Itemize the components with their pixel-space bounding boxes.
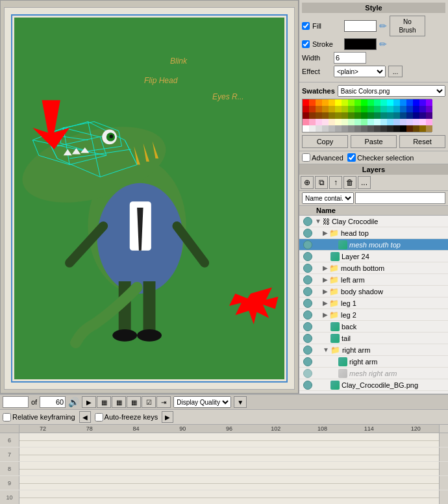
layer-expand-arrow[interactable]: ▼ [315, 218, 321, 225]
swatch[interactable] [387, 119, 393, 125]
layer-expand-arrow[interactable]: ▶ [323, 299, 328, 307]
swatch[interactable] [413, 119, 419, 125]
swatch[interactable] [380, 106, 387, 112]
swatch[interactable] [342, 125, 348, 132]
swatch[interactable] [322, 112, 329, 119]
layer-delete-button[interactable]: 🗑 [343, 176, 356, 189]
swatch[interactable] [387, 112, 393, 119]
swatch[interactable] [355, 99, 361, 106]
swatch[interactable] [309, 112, 316, 119]
width-input[interactable] [334, 52, 366, 64]
layer-visibility[interactable] [301, 310, 315, 320]
frame-type-button[interactable]: ▦ [97, 396, 111, 408]
layer-item-head-top[interactable]: ▶ 📁 head top [299, 227, 448, 239]
visibility-icon[interactable] [303, 334, 312, 343]
visibility-icon[interactable] [303, 369, 312, 378]
swatch[interactable] [413, 99, 419, 106]
layer-expand-arrow[interactable]: ▶ [323, 288, 328, 295]
swatch[interactable] [348, 106, 355, 112]
swatch[interactable] [374, 112, 380, 119]
swatch[interactable] [329, 112, 335, 119]
canvas-area[interactable]: Blink Flip Head Eyes R... [0, 0, 299, 394]
effect-more-button[interactable]: ... [388, 66, 403, 77]
swatch[interactable] [426, 119, 432, 125]
layer-visibility[interactable] [301, 275, 315, 284]
swatch[interactable] [309, 99, 316, 106]
layer-expand-arrow[interactable]: ▼ [323, 346, 329, 353]
swatch[interactable] [303, 106, 309, 112]
swatch[interactable] [406, 119, 413, 125]
layer-copy-button[interactable]: ⧉ [315, 176, 328, 189]
layer-more-button[interactable]: ... [358, 176, 371, 189]
visibility-icon[interactable] [303, 322, 312, 331]
swatch[interactable] [303, 112, 309, 119]
layer-item-mouth-bottom[interactable]: ▶ 📁 mouth bottom [299, 262, 448, 274]
swatch[interactable] [309, 125, 316, 132]
swatch[interactable] [361, 119, 367, 125]
no-brush-button[interactable]: No Brush [390, 16, 425, 36]
swatch[interactable] [380, 125, 387, 132]
swatch[interactable] [426, 112, 432, 119]
swatch[interactable] [335, 106, 342, 112]
layer-item-mesh-mouth-top[interactable]: mesh mouth top [299, 239, 448, 251]
swatch[interactable] [400, 125, 406, 132]
frame-type2-button[interactable]: ▦ [112, 396, 126, 408]
layer-expand-arrow[interactable]: ▶ [323, 229, 328, 236]
visibility-icon[interactable] [303, 275, 312, 284]
swatch[interactable] [426, 99, 432, 106]
timeline-track-row[interactable]: 7 [0, 447, 448, 462]
timeline-track-row[interactable]: 10 [0, 490, 448, 504]
layer-item-right-arm-sub[interactable]: right arm [299, 356, 448, 368]
swatch[interactable] [367, 119, 374, 125]
swatch[interactable] [342, 112, 348, 119]
visibility-icon[interactable] [303, 229, 312, 238]
swatch[interactable] [355, 125, 361, 132]
swatch[interactable] [393, 106, 400, 112]
swatch[interactable] [316, 125, 322, 132]
swatch[interactable] [329, 119, 335, 125]
swatch[interactable] [393, 119, 400, 125]
advanced-label[interactable]: Advanced [302, 153, 343, 162]
swatch[interactable] [400, 99, 406, 106]
layer-item-left-arm[interactable]: ▶ 📁 left arm [299, 274, 448, 286]
reset-button[interactable]: Reset [399, 135, 445, 148]
swatch[interactable] [303, 99, 309, 106]
fill-pencil-icon[interactable]: ✏ [379, 21, 387, 31]
swatch[interactable] [348, 112, 355, 119]
swatch[interactable] [355, 106, 361, 112]
layer-item-back[interactable]: back [299, 321, 448, 333]
track-area[interactable] [19, 490, 439, 504]
layer-item-leg1[interactable]: ▶ 📁 leg 1 [299, 297, 448, 309]
swatch[interactable] [406, 99, 413, 106]
checker-label[interactable]: Checker selection [347, 153, 414, 162]
visibility-icon[interactable] [303, 357, 312, 366]
swatch[interactable] [316, 106, 322, 112]
visibility-icon[interactable] [303, 240, 312, 249]
visibility-icon[interactable] [303, 287, 312, 296]
swatch[interactable] [322, 119, 329, 125]
effect-select[interactable]: <plain> [334, 66, 386, 77]
stroke-checkbox[interactable] [302, 40, 310, 48]
layer-visibility[interactable] [301, 287, 315, 296]
track-area[interactable] [19, 462, 439, 475]
relative-keyframing-label[interactable]: Relative keyframing [3, 413, 75, 422]
visibility-icon[interactable] [303, 310, 312, 320]
swatch[interactable] [374, 99, 380, 106]
swatch[interactable] [380, 112, 387, 119]
stroke-color-box[interactable] [344, 38, 377, 50]
layer-item-clay-bg[interactable]: Clay_Crocodile_BG.png [299, 379, 448, 391]
layer-expand-arrow[interactable]: ▶ [323, 311, 328, 318]
swatch[interactable] [348, 99, 355, 106]
swatch[interactable] [426, 106, 432, 112]
swatch[interactable] [348, 119, 355, 125]
swatches-dropdown[interactable]: Basic Colors.png [338, 85, 445, 97]
swatch[interactable] [342, 99, 348, 106]
filter-type-select[interactable]: Name contai... [302, 192, 354, 204]
swatch[interactable] [413, 125, 419, 132]
swatch[interactable] [335, 99, 342, 106]
fill-checkbox[interactable] [302, 22, 310, 30]
layer-item-right-arm[interactable]: ▼ 📁 right arm [299, 344, 448, 356]
swatch[interactable] [400, 119, 406, 125]
quality-dropdown-button[interactable]: ▼ [234, 396, 247, 408]
swatch[interactable] [387, 125, 393, 132]
